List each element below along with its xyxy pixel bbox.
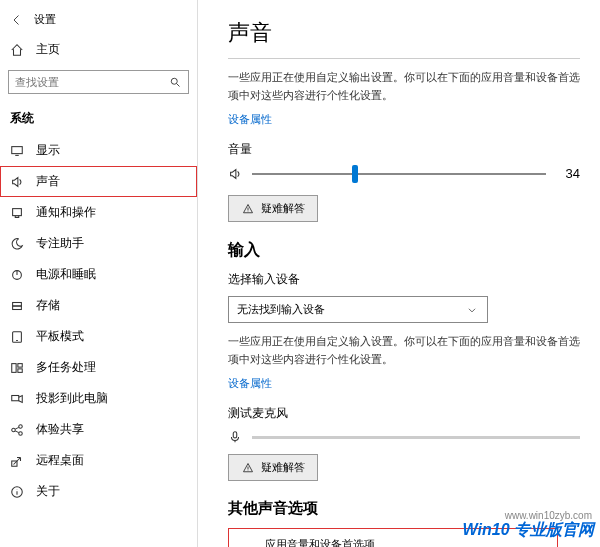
- svg-point-12: [19, 424, 23, 428]
- mic-level-bar: [252, 436, 580, 439]
- search-box[interactable]: [8, 70, 189, 94]
- mic-icon: [228, 430, 242, 444]
- svg-point-11: [12, 428, 16, 432]
- nav-label: 通知和操作: [36, 204, 96, 221]
- page-title: 声音: [228, 18, 580, 48]
- nav-display[interactable]: 显示: [0, 135, 197, 166]
- nav-label: 声音: [36, 173, 60, 190]
- volume-label: 音量: [228, 141, 580, 158]
- svg-rect-7: [12, 363, 16, 372]
- other-heading: 其他声音选项: [228, 499, 580, 518]
- input-desc: 一些应用正在使用自定义输入设置。你可以在下面的应用音量和设备首选项中对这些内容进…: [228, 333, 580, 368]
- option-title: 应用音量和设备首选项: [265, 537, 455, 547]
- output-desc: 一些应用正在使用自定义输出设置。你可以在下面的应用音量和设备首选项中对这些内容进…: [228, 69, 580, 104]
- nav-power[interactable]: 电源和睡眠: [0, 259, 197, 290]
- svg-rect-5: [13, 306, 22, 310]
- volume-value: 34: [556, 166, 580, 181]
- nav-label: 体验共享: [36, 421, 84, 438]
- speaker-icon: [10, 175, 24, 189]
- nav-storage[interactable]: 存储: [0, 290, 197, 321]
- svg-point-0: [171, 78, 177, 84]
- project-icon: [10, 392, 24, 406]
- home-icon: [10, 43, 24, 57]
- remote-icon: [10, 454, 24, 468]
- sidebar: 设置 主页 系统 显示 声音 通知和操作 专注助手: [0, 0, 198, 547]
- search-input[interactable]: [15, 76, 168, 88]
- search-wrap: [0, 70, 197, 106]
- svg-rect-16: [233, 432, 237, 438]
- nav-multitask[interactable]: 多任务处理: [0, 352, 197, 383]
- dropdown-value: 无法找到输入设备: [237, 302, 325, 317]
- option-text: 应用音量和设备首选项 自定义应用音量和扬声器或其使用的设备。: [265, 537, 455, 547]
- btn-label: 疑难解答: [261, 460, 305, 475]
- svg-rect-9: [18, 368, 22, 372]
- svg-rect-1: [12, 146, 23, 153]
- nav-tablet[interactable]: 平板模式: [0, 321, 197, 352]
- svg-rect-2: [13, 208, 22, 215]
- nav-label: 多任务处理: [36, 359, 96, 376]
- nav-remote[interactable]: 远程桌面: [0, 445, 197, 476]
- multitask-icon: [10, 361, 24, 375]
- svg-rect-8: [18, 363, 22, 367]
- mic-row: [228, 430, 580, 444]
- troubleshoot-output-button[interactable]: 疑难解答: [228, 195, 318, 222]
- notification-icon: [10, 206, 24, 220]
- nav-label: 投影到此电脑: [36, 390, 108, 407]
- power-icon: [10, 268, 24, 282]
- nav-label: 显示: [36, 142, 60, 159]
- info-icon: [10, 485, 24, 499]
- nav-about[interactable]: 关于: [0, 476, 197, 507]
- nav-focus[interactable]: 专注助手: [0, 228, 197, 259]
- volume-slider[interactable]: [252, 173, 546, 175]
- divider: [228, 58, 580, 59]
- nav-notifications[interactable]: 通知和操作: [0, 197, 197, 228]
- device-properties-link[interactable]: 设备属性: [228, 112, 272, 127]
- monitor-icon: [10, 144, 24, 158]
- input-select-label: 选择输入设备: [228, 271, 580, 288]
- warning-icon: [241, 202, 255, 216]
- nav-project[interactable]: 投影到此电脑: [0, 383, 197, 414]
- nav-label: 专注助手: [36, 235, 84, 252]
- test-mic-label: 测试麦克风: [228, 405, 580, 422]
- volume-row: 34: [228, 166, 580, 181]
- nav-label: 存储: [36, 297, 60, 314]
- btn-label: 疑难解答: [261, 201, 305, 216]
- input-heading: 输入: [228, 240, 580, 261]
- app-volume-option[interactable]: 应用音量和设备首选项 自定义应用音量和扬声器或其使用的设备。: [228, 528, 558, 547]
- main-content: 声音 一些应用正在使用自定义输出设置。你可以在下面的应用音量和设备首选项中对这些…: [198, 0, 600, 547]
- nav-label: 关于: [36, 483, 60, 500]
- tablet-icon: [10, 330, 24, 344]
- warning-icon: [241, 461, 255, 475]
- nav-label: 远程桌面: [36, 452, 84, 469]
- input-device-properties-link[interactable]: 设备属性: [228, 376, 272, 391]
- speaker-icon[interactable]: [228, 167, 242, 181]
- nav-sound[interactable]: 声音: [0, 166, 197, 197]
- home-label: 主页: [36, 41, 60, 58]
- nav-label: 电源和睡眠: [36, 266, 96, 283]
- svg-rect-10: [12, 395, 19, 400]
- chevron-down-icon: [465, 303, 479, 317]
- home-row[interactable]: 主页: [0, 35, 197, 64]
- moon-icon: [10, 237, 24, 251]
- back-row[interactable]: 设置: [0, 8, 197, 35]
- svg-point-13: [19, 431, 23, 435]
- storage-icon: [10, 299, 24, 313]
- nav-label: 平板模式: [36, 328, 84, 345]
- troubleshoot-input-button[interactable]: 疑难解答: [228, 454, 318, 481]
- section-title: 系统: [0, 106, 197, 135]
- input-device-dropdown[interactable]: 无法找到输入设备: [228, 296, 488, 323]
- nav-share[interactable]: 体验共享: [0, 414, 197, 445]
- back-label: 设置: [34, 12, 56, 27]
- share-icon: [10, 423, 24, 437]
- back-icon: [10, 13, 24, 27]
- search-icon: [168, 75, 182, 89]
